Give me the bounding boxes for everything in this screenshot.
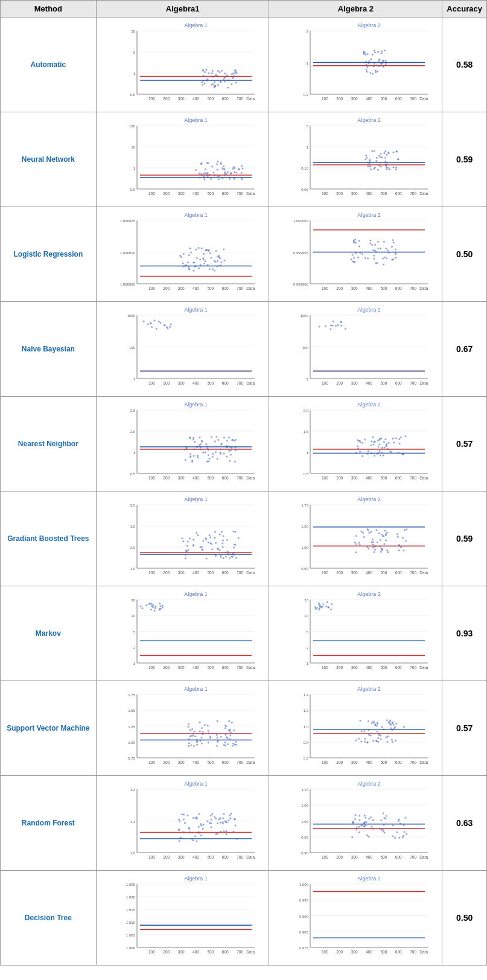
svg-text:200: 200 (336, 381, 343, 385)
svg-point-1026 (368, 734, 370, 735)
svg-point-1104 (228, 819, 230, 821)
svg-point-529 (211, 436, 212, 438)
svg-point-526 (191, 461, 193, 463)
svg-point-405 (392, 239, 393, 241)
main-table: Method Algebra1 Algebra 2 Accuracy Autom… (0, 0, 487, 966)
svg-text:1.75: 1.75 (128, 693, 135, 697)
svg-text:700: 700 (410, 571, 416, 575)
svg-point-1146 (181, 813, 183, 815)
svg-point-1044 (360, 741, 362, 743)
svg-point-1033 (364, 738, 366, 740)
svg-point-241 (381, 156, 383, 158)
svg-point-476 (337, 324, 339, 326)
svg-point-258 (392, 167, 394, 168)
table-row: Nearest NeighborAlgebra 1100200300400500… (1, 397, 487, 492)
svg-point-851 (151, 605, 153, 607)
svg-text:5: 5 (307, 630, 309, 634)
svg-point-539 (223, 453, 225, 455)
svg-point-630 (361, 455, 363, 457)
svg-point-107 (370, 59, 372, 60)
svg-point-970 (232, 745, 234, 747)
svg-text:400: 400 (366, 97, 372, 101)
svg-point-270 (364, 158, 366, 160)
svg-text:1.000000: 1.000000 (293, 219, 309, 223)
svg-point-23 (231, 73, 233, 75)
svg-text:600: 600 (222, 476, 229, 480)
svg-text:400: 400 (366, 286, 372, 290)
svg-point-393 (395, 249, 396, 251)
svg-point-767 (402, 537, 404, 539)
svg-point-1016 (391, 739, 393, 741)
svg-point-1027 (377, 737, 379, 739)
svg-text:Algebra 1: Algebra 1 (184, 402, 208, 408)
svg-point-1202 (383, 832, 385, 834)
svg-point-370 (357, 257, 359, 258)
svg-point-105 (371, 54, 373, 56)
svg-point-381 (373, 255, 375, 257)
svg-point-19 (214, 81, 215, 83)
svg-point-404 (372, 249, 374, 251)
svg-point-731 (210, 542, 212, 544)
svg-point-272 (369, 159, 371, 161)
svg-point-1186 (364, 817, 366, 819)
svg-point-1150 (178, 818, 180, 820)
svg-point-760 (404, 529, 406, 531)
svg-point-175 (200, 163, 202, 165)
svg-point-633 (389, 450, 391, 452)
svg-point-795 (383, 543, 385, 545)
svg-point-1051 (371, 722, 373, 724)
svg-text:500: 500 (208, 950, 214, 954)
svg-point-1112 (210, 815, 212, 816)
algebra2-chart: Algebra 2100200300400500600700Data1.751.… (269, 492, 442, 586)
svg-point-35 (228, 86, 229, 88)
svg-point-967 (224, 725, 226, 726)
svg-point-721 (219, 534, 221, 536)
svg-text:600: 600 (222, 855, 229, 859)
svg-point-96 (375, 69, 377, 71)
svg-point-345 (198, 247, 200, 249)
svg-point-1102 (198, 813, 200, 815)
svg-point-1134 (211, 819, 212, 821)
svg-point-99 (374, 63, 375, 65)
svg-text:300: 300 (351, 855, 358, 859)
svg-point-246 (366, 156, 368, 158)
svg-point-887 (325, 606, 327, 607)
svg-point-1053 (370, 734, 372, 736)
svg-point-546 (226, 440, 228, 441)
svg-text:500: 500 (208, 286, 214, 290)
svg-text:1.005: 1.005 (126, 934, 136, 937)
svg-text:2.0: 2.0 (130, 430, 136, 434)
svg-text:0.10: 0.10 (301, 167, 308, 170)
svg-point-313 (180, 256, 182, 258)
svg-point-368 (351, 254, 353, 256)
svg-point-649 (370, 444, 372, 446)
svg-point-763 (396, 533, 398, 535)
svg-point-509 (229, 460, 231, 462)
svg-point-961 (202, 731, 204, 733)
svg-point-783 (355, 535, 357, 537)
svg-point-696 (205, 539, 207, 540)
svg-point-922 (224, 741, 226, 743)
svg-point-838 (160, 605, 162, 607)
svg-text:Algebra 2: Algebra 2 (357, 402, 381, 408)
svg-point-1145 (223, 813, 225, 815)
svg-text:700: 700 (237, 381, 243, 385)
svg-point-957 (224, 745, 226, 746)
svg-text:100: 100 (322, 760, 328, 764)
table-row: Naive BayesianAlgebra 110020030040050060… (1, 302, 487, 397)
svg-point-401 (361, 253, 363, 255)
svg-point-253 (375, 160, 377, 162)
svg-text:0.999995: 0.999995 (293, 251, 309, 255)
svg-point-686 (229, 557, 231, 559)
svg-text:1: 1 (133, 72, 136, 75)
svg-text:500: 500 (208, 855, 214, 859)
svg-text:0.90: 0.90 (301, 851, 308, 855)
svg-point-256 (395, 167, 397, 168)
svg-point-251 (398, 158, 399, 160)
svg-point-444 (158, 321, 160, 322)
table-row: AutomaticAlgebra 1100200300400500600700D… (1, 18, 487, 112)
svg-text:700: 700 (237, 571, 243, 575)
svg-point-61 (202, 69, 204, 71)
svg-point-759 (377, 541, 378, 543)
svg-text:1.00: 1.00 (301, 820, 308, 824)
